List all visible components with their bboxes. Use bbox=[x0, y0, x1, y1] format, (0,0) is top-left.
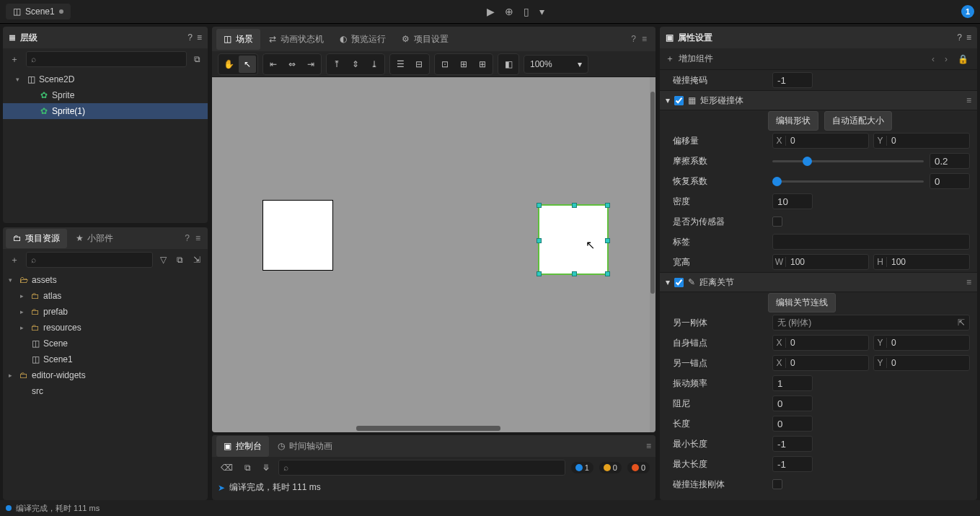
hierarchy-search-input[interactable]: ⌕ bbox=[26, 51, 187, 67]
plus-icon[interactable]: ＋ bbox=[666, 53, 674, 65]
scene-canvas[interactable]: ↖ bbox=[212, 77, 655, 432]
component-enabled-checkbox[interactable] bbox=[674, 96, 684, 105]
sprite-object-selected[interactable] bbox=[538, 204, 609, 275]
filter-icon[interactable]: ▽ bbox=[157, 253, 169, 266]
asset-item[interactable]: ▸🗀atlas bbox=[3, 288, 208, 304]
tab-animator[interactable]: ⇄动画状态机 bbox=[262, 29, 331, 50]
align-left-icon[interactable]: ⇤ bbox=[265, 56, 282, 73]
collide-connected-checkbox[interactable] bbox=[772, 479, 782, 489]
asset-item[interactable]: src bbox=[3, 383, 208, 399]
menu-icon[interactable]: ≡ bbox=[197, 32, 202, 43]
align-bottom-icon[interactable]: ⤓ bbox=[366, 56, 383, 73]
device-icon[interactable]: ▯ bbox=[524, 6, 529, 17]
lock-icon[interactable]: 🔒 bbox=[955, 54, 971, 64]
tab-project-settings[interactable]: ⚙项目设置 bbox=[394, 29, 456, 50]
menu-icon[interactable]: ≡ bbox=[966, 95, 971, 105]
assets-search-input[interactable]: ⌕ bbox=[26, 252, 153, 268]
max-length-field[interactable] bbox=[772, 456, 813, 472]
min-length-field[interactable] bbox=[772, 436, 813, 452]
frequency-field[interactable] bbox=[772, 375, 813, 391]
restitution-field[interactable] bbox=[930, 173, 970, 189]
hierarchy-item[interactable]: ▾◫Scene2D bbox=[3, 71, 208, 87]
asset-item[interactable]: ▸🗀resources bbox=[3, 320, 208, 336]
dist-h-icon[interactable]: ☰ bbox=[392, 56, 409, 73]
tab-widgets[interactable]: ★小部件 bbox=[69, 229, 120, 248]
section-box-collider[interactable]: ▾ ▦ 矩形碰撞体 ≡ bbox=[660, 90, 977, 110]
hierarchy-item[interactable]: ✿Sprite bbox=[3, 87, 208, 103]
menu-icon[interactable]: ≡ bbox=[637, 34, 651, 44]
globe-icon[interactable]: ⊕ bbox=[505, 6, 513, 17]
error-count-pill[interactable]: 0 bbox=[627, 462, 650, 473]
asset-item[interactable]: ▸🗀editor-widgets bbox=[3, 367, 208, 383]
section-distance-joint[interactable]: ▾ ✎ 距离关节 ≡ bbox=[660, 272, 977, 292]
warn-count-pill[interactable]: 0 bbox=[599, 462, 622, 473]
asset-item[interactable]: ◫Scene1 bbox=[3, 351, 208, 367]
align-top-icon[interactable]: ⤒ bbox=[328, 56, 345, 73]
asset-item[interactable]: ▸🗀prefab bbox=[3, 304, 208, 320]
friction-field[interactable] bbox=[930, 153, 970, 169]
console-search-input[interactable]: ⌕ bbox=[278, 460, 565, 476]
dist-v-icon[interactable]: ⊟ bbox=[410, 56, 428, 73]
menu-icon[interactable]: ≡ bbox=[646, 441, 651, 451]
info-count-pill[interactable]: 1 bbox=[571, 462, 593, 473]
height-field[interactable]: H100 bbox=[873, 254, 970, 270]
help-icon[interactable]: ? bbox=[631, 34, 636, 44]
pan-tool[interactable]: ✋ bbox=[220, 56, 237, 73]
align-center-h-icon[interactable]: ⇔ bbox=[283, 56, 301, 73]
help-icon[interactable]: ? bbox=[957, 32, 962, 43]
scene-tab[interactable]: ◫ Scene1 bbox=[6, 4, 71, 19]
play-icon[interactable]: ▶ bbox=[487, 6, 495, 17]
grid-expand-icon[interactable]: ⊞ bbox=[455, 56, 472, 73]
offset-x-field[interactable]: X0 bbox=[772, 133, 869, 149]
add-component-label[interactable]: 增加组件 bbox=[679, 53, 713, 65]
align-right-icon[interactable]: ⇥ bbox=[302, 56, 319, 73]
tab-preview[interactable]: ◐预览运行 bbox=[332, 29, 393, 50]
prev-icon[interactable]: ‹ bbox=[929, 54, 937, 64]
self-anchor-x-field[interactable]: X0 bbox=[772, 335, 869, 351]
tab-console[interactable]: ▣控制台 bbox=[216, 436, 269, 457]
zoom-dropdown[interactable]: 100%▾ bbox=[524, 55, 588, 74]
edit-joint-button[interactable]: 编辑关节连线 bbox=[768, 293, 836, 312]
wrap-icon[interactable]: ⤋ bbox=[260, 461, 273, 474]
offset-y-field[interactable]: Y0 bbox=[873, 133, 970, 149]
self-anchor-y-field[interactable]: Y0 bbox=[873, 335, 970, 351]
clear-icon[interactable]: ⌫ bbox=[218, 461, 236, 474]
align-middle-v-icon[interactable]: ⇕ bbox=[347, 56, 364, 73]
canvas-hscroll[interactable] bbox=[356, 426, 500, 431]
expand-icon[interactable]: ⇲ bbox=[190, 253, 203, 266]
help-icon[interactable]: ? bbox=[187, 32, 193, 43]
split-icon[interactable]: ⧉ bbox=[174, 253, 186, 266]
add-asset-button[interactable]: ＋ bbox=[7, 253, 22, 268]
canvas-vscroll[interactable] bbox=[650, 77, 655, 432]
component-enabled-checkbox[interactable] bbox=[674, 278, 684, 287]
damping-field[interactable] bbox=[772, 395, 813, 411]
next-icon[interactable]: › bbox=[942, 54, 950, 64]
chevron-down-icon[interactable]: ▾ bbox=[539, 6, 544, 17]
layout-icon[interactable]: ◧ bbox=[500, 56, 517, 73]
copy-icon[interactable]: ⧉ bbox=[242, 461, 254, 474]
edit-shape-button[interactable]: 编辑形状 bbox=[768, 111, 818, 131]
asset-item[interactable]: ▾🗁assets bbox=[3, 272, 208, 288]
tab-scene[interactable]: ◫场景 bbox=[216, 29, 260, 50]
sprite-object[interactable] bbox=[262, 200, 333, 271]
auto-fit-button[interactable]: 自动适配大小 bbox=[824, 111, 892, 131]
menu-icon[interactable]: ≡ bbox=[191, 233, 205, 243]
tab-project-assets[interactable]: 🗀项目资源 bbox=[6, 229, 67, 248]
tab-timeline[interactable]: ◷时间轴动画 bbox=[270, 436, 340, 457]
menu-icon[interactable]: ≡ bbox=[966, 277, 971, 287]
collision-mask-field[interactable] bbox=[772, 72, 813, 88]
grid-icon[interactable]: ⊞ bbox=[474, 56, 491, 73]
notification-badge[interactable]: 1 bbox=[961, 5, 974, 18]
snap-icon[interactable]: ⊡ bbox=[436, 56, 454, 73]
collapse-icon[interactable]: ⧉ bbox=[191, 53, 203, 66]
select-tool[interactable]: ↖ bbox=[239, 56, 256, 73]
sensor-checkbox[interactable] bbox=[772, 217, 782, 227]
density-field[interactable] bbox=[772, 193, 813, 209]
hierarchy-item[interactable]: ✿Sprite(1) bbox=[3, 103, 208, 119]
restitution-slider[interactable] bbox=[772, 180, 924, 183]
add-node-button[interactable]: ＋ bbox=[7, 52, 22, 67]
asset-item[interactable]: ◫Scene bbox=[3, 336, 208, 351]
width-field[interactable]: W100 bbox=[772, 254, 869, 270]
other-anchor-y-field[interactable]: Y0 bbox=[873, 355, 970, 371]
help-icon[interactable]: ? bbox=[185, 233, 190, 243]
